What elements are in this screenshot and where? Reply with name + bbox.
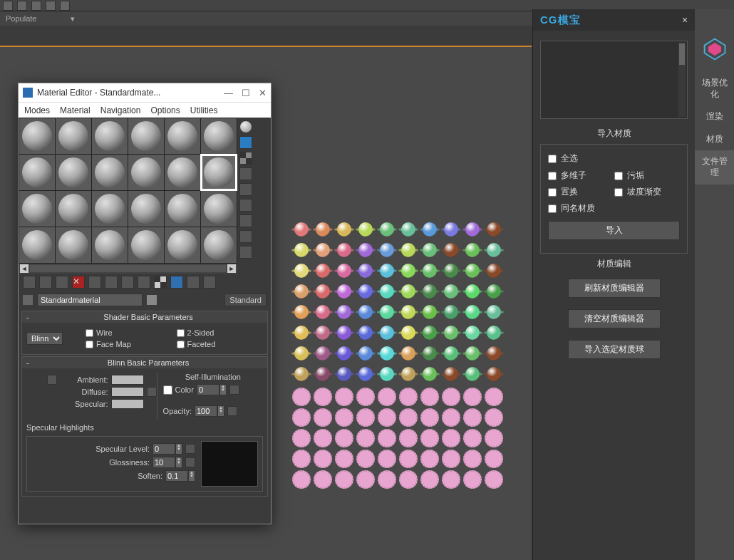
viewport-sphere[interactable] [335,367,353,381]
toolbar-icon[interactable] [17,1,27,11]
viewport-sphere[interactable] [335,243,353,257]
sample-slot[interactable] [165,191,200,227]
viewport-sphere[interactable] [399,326,418,340]
viewport-sphere[interactable] [378,222,396,237]
viewport-sphere[interactable] [463,408,482,427]
rollout-header[interactable]: -Shader Basic Parameters [22,311,267,323]
viewport-sphere[interactable] [442,284,460,299]
viewport-sphere[interactable] [485,305,503,319]
soften-spinner[interactable] [165,470,188,482]
sample-slot[interactable] [92,191,128,227]
toolbar-icon[interactable] [31,1,41,11]
viewport-sphere[interactable] [356,305,375,319]
viewport-sphere[interactable] [335,470,353,489]
viewport-sphere[interactable] [292,408,311,427]
viewport-sphere[interactable] [399,408,418,427]
toolbar-icon[interactable] [60,1,70,11]
material-map-nav-icon[interactable] [239,246,252,259]
viewport-sphere[interactable] [314,450,332,468]
viewport-sphere[interactable] [442,408,460,427]
viewport-sphere[interactable] [399,305,418,319]
shader-select[interactable]: Blinn [26,332,63,345]
sample-slot[interactable] [56,118,91,154]
viewport-sphere[interactable] [463,429,482,447]
sample-slot[interactable] [56,155,91,190]
sample-slot[interactable] [201,191,237,227]
menu-modes[interactable]: Modes [24,105,50,115]
assign-to-selection-icon[interactable] [56,276,68,289]
viewport-sphere[interactable] [485,470,503,489]
scroll-right-icon[interactable]: ► [227,264,236,273]
sample-slot[interactable] [19,227,55,263]
viewport-sphere[interactable] [420,264,439,278]
viewport-sphere[interactable] [356,388,375,406]
name-dropdown-icon[interactable] [147,295,157,305]
viewport-sphere[interactable] [335,264,353,278]
viewport-sphere[interactable] [420,346,439,361]
make-copy-icon[interactable] [88,276,101,289]
checkbox-samename[interactable]: 同名材质 [548,202,614,214]
ambient-swatch[interactable] [111,375,144,385]
speclevel-spinner[interactable] [153,443,175,455]
sample-slot[interactable] [19,118,55,154]
viewport-sphere[interactable] [463,470,482,489]
viewport-sphere[interactable] [335,450,353,468]
import-button[interactable]: 导入 [548,221,680,240]
viewport-sphere[interactable] [399,367,418,381]
viewport-sphere[interactable] [292,284,311,299]
checkbox-displacement[interactable]: 置换 [548,186,614,198]
rollout-header[interactable]: -Blinn Basic Parameters [22,357,267,368]
viewport-sphere[interactable] [420,326,439,340]
viewport-sphere[interactable] [463,222,482,237]
tab-render[interactable]: 渲染 [695,105,734,128]
selfillum-spinner[interactable] [197,384,219,395]
viewport-sphere[interactable] [399,222,418,237]
viewport-sphere[interactable] [314,408,332,427]
sample-slot[interactable] [128,191,164,227]
clear-editor-button[interactable]: 清空材质编辑器 [568,309,661,328]
sample-slot[interactable] [92,118,128,154]
viewport-sphere[interactable] [485,408,503,427]
sample-slot[interactable] [19,155,55,190]
put-to-scene-icon[interactable] [39,276,52,289]
sample-slot[interactable] [165,227,200,263]
viewport-sphere[interactable] [335,222,353,237]
viewport-sphere[interactable] [463,346,482,361]
window-close-icon[interactable]: ✕ [259,88,267,98]
viewport-sphere[interactable] [292,264,311,278]
go-forward-icon[interactable] [203,276,216,289]
sample-slot[interactable] [201,155,237,190]
viewport-sphere[interactable] [399,346,418,361]
sample-slot[interactable] [56,191,91,227]
selfillum-color-checkbox[interactable] [163,385,172,395]
viewport-sphere[interactable] [442,470,460,489]
close-icon[interactable]: × [682,14,688,26]
sample-slot[interactable] [92,155,128,190]
viewport-sphere[interactable] [485,243,503,257]
viewport-sphere[interactable] [420,367,439,381]
material-type-button[interactable]: Standard [224,294,267,306]
viewport-sphere[interactable] [378,367,396,381]
viewport-sphere[interactable] [463,326,482,340]
viewport-sphere[interactable] [292,429,311,447]
sample-type-icon[interactable] [239,120,252,133]
viewport-sphere[interactable] [314,346,332,361]
viewport-sphere[interactable] [442,305,460,319]
viewport-sphere[interactable] [485,346,503,361]
viewport-sphere[interactable] [442,243,460,257]
pick-material-icon[interactable] [23,295,33,305]
viewport-sphere[interactable] [335,284,353,299]
viewport-sphere[interactable] [314,429,332,447]
viewport-sphere[interactable] [442,346,460,361]
import-selected-button[interactable]: 导入选定材质球 [568,340,661,359]
sample-uv-icon[interactable] [239,167,252,180]
viewport-sphere[interactable] [399,429,418,447]
gloss-spinner[interactable] [153,457,175,468]
refresh-editor-button[interactable]: 刷新材质编辑器 [568,279,661,298]
viewport-sphere[interactable] [335,408,353,427]
viewport-sphere[interactable] [442,429,460,447]
viewport-sphere[interactable] [463,243,482,257]
checkbox-gradient[interactable]: 坡度渐变 [614,186,681,198]
put-to-library-icon[interactable] [121,276,134,289]
viewport-sphere[interactable] [442,222,460,237]
